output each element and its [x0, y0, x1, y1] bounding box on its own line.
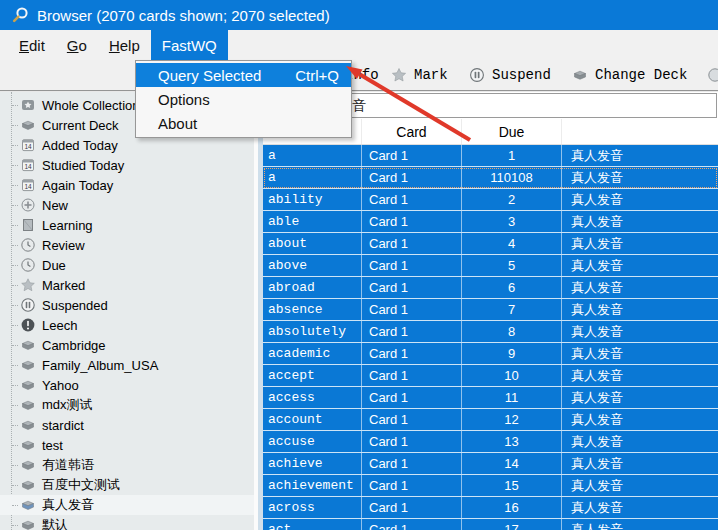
cell-card[interactable]: Card 1 — [362, 145, 462, 166]
cell-card[interactable]: Card 1 — [362, 431, 462, 452]
menu-fastwq[interactable]: FastWQ — [151, 30, 228, 60]
cell-sort-field[interactable]: a — [263, 145, 362, 166]
cell-sort-field[interactable]: access — [263, 387, 362, 408]
pane-splitter[interactable] — [254, 92, 263, 530]
cell-deck[interactable]: 真人发音 — [562, 211, 718, 232]
cell-due[interactable]: 16 — [462, 497, 562, 518]
menu-go[interactable]: Go — [56, 30, 98, 60]
cell-deck[interactable]: 真人发音 — [562, 277, 718, 298]
menu-help[interactable]: Help — [98, 30, 151, 60]
cell-card[interactable]: Card 1 — [362, 453, 462, 474]
cell-sort-field[interactable]: above — [263, 255, 362, 276]
cell-deck[interactable]: 真人发音 — [562, 431, 718, 452]
cell-sort-field[interactable]: about — [263, 233, 362, 254]
cell-deck[interactable]: 真人发音 — [562, 475, 718, 496]
cell-due[interactable]: 10 — [462, 365, 562, 386]
cell-card[interactable]: Card 1 — [362, 255, 462, 276]
cell-deck[interactable]: 真人发音 — [562, 189, 718, 210]
sidebar-item-7[interactable]: Review — [0, 235, 254, 255]
toolbar-change-deck-button[interactable]: Change Deck — [572, 60, 687, 90]
cell-card[interactable]: Card 1 — [362, 365, 462, 386]
cell-sort-field[interactable]: abroad — [263, 277, 362, 298]
cell-due[interactable]: 15 — [462, 475, 562, 496]
cell-card[interactable]: Card 1 — [362, 277, 462, 298]
sidebar-item-19[interactable]: 百度中文测试 — [0, 475, 254, 495]
cell-sort-field[interactable]: across — [263, 497, 362, 518]
cell-due[interactable]: 8 — [462, 321, 562, 342]
sidebar-item-21[interactable]: 默认 — [0, 515, 254, 530]
cell-card[interactable]: Card 1 — [362, 233, 462, 254]
cell-sort-field[interactable]: ability — [263, 189, 362, 210]
cell-sort-field[interactable]: absolutely — [263, 321, 362, 342]
cell-due[interactable]: 13 — [462, 431, 562, 452]
cell-due[interactable]: 9 — [462, 343, 562, 364]
cell-sort-field[interactable]: accuse — [263, 431, 362, 452]
sidebar-item-6[interactable]: Learning — [0, 215, 254, 235]
cell-due[interactable]: 17 — [462, 519, 562, 530]
cell-due[interactable]: 2 — [462, 189, 562, 210]
sidebar-item-14[interactable]: Yahoo — [0, 375, 254, 395]
cell-card[interactable]: Card 1 — [362, 497, 462, 518]
cell-due[interactable]: 6 — [462, 277, 562, 298]
cell-due[interactable]: 14 — [462, 453, 562, 474]
cell-card[interactable]: Card 1 — [362, 299, 462, 320]
cell-sort-field[interactable]: absence — [263, 299, 362, 320]
menu-edit[interactable]: Edit — [8, 30, 56, 60]
cell-sort-field[interactable]: accept — [263, 365, 362, 386]
cell-sort-field[interactable]: account — [263, 409, 362, 430]
column-header-deck[interactable] — [562, 119, 718, 144]
sidebar-item-3[interactable]: 14 Studied Today — [0, 155, 254, 175]
cell-card[interactable]: Card 1 — [362, 189, 462, 210]
cell-deck[interactable]: 真人发音 — [562, 453, 718, 474]
cell-deck[interactable]: 真人发音 — [562, 233, 718, 254]
cell-due[interactable]: 11 — [462, 387, 562, 408]
toolbar-suspend-button[interactable]: Suspend — [469, 60, 551, 90]
cell-card[interactable]: Card 1 — [362, 167, 462, 188]
cell-deck[interactable]: 真人发音 — [562, 365, 718, 386]
sidebar-item-15[interactable]: mdx测试 — [0, 395, 254, 415]
cell-card[interactable]: Card 1 — [362, 519, 462, 530]
toolbar-clipped-button[interactable] — [704, 60, 718, 90]
sidebar-item-9[interactable]: Marked — [0, 275, 254, 295]
cell-sort-field[interactable]: academic — [263, 343, 362, 364]
menu-item-options[interactable]: Options — [136, 87, 351, 111]
sidebar-item-20[interactable]: 真人发音 — [0, 495, 254, 515]
cell-card[interactable]: Card 1 — [362, 409, 462, 430]
cell-due[interactable]: 110108 — [462, 167, 562, 188]
sidebar-item-11[interactable]: Leech — [0, 315, 254, 335]
cell-card[interactable]: Card 1 — [362, 211, 462, 232]
cell-deck[interactable]: 真人发音 — [562, 167, 718, 188]
cell-due[interactable]: 4 — [462, 233, 562, 254]
sidebar-item-18[interactable]: 有道韩语 — [0, 455, 254, 475]
sidebar-item-17[interactable]: test — [0, 435, 254, 455]
cell-deck[interactable]: 真人发音 — [562, 145, 718, 166]
sidebar-item-13[interactable]: Family_Album_USA — [0, 355, 254, 375]
cell-due[interactable]: 1 — [462, 145, 562, 166]
sidebar-item-16[interactable]: stardict — [0, 415, 254, 435]
cell-card[interactable]: Card 1 — [362, 387, 462, 408]
column-header-card[interactable]: Card — [362, 119, 462, 144]
cell-sort-field[interactable]: a — [263, 167, 362, 188]
cell-sort-field[interactable]: able — [263, 211, 362, 232]
sidebar-item-10[interactable]: Suspended — [0, 295, 254, 315]
menu-item-about[interactable]: About — [136, 111, 351, 135]
cell-deck[interactable]: 真人发音 — [562, 255, 718, 276]
cell-due[interactable]: 7 — [462, 299, 562, 320]
cell-deck[interactable]: 真人发音 — [562, 299, 718, 320]
toolbar-mark-button[interactable]: Mark — [391, 60, 448, 90]
sidebar-item-4[interactable]: 14 Again Today — [0, 175, 254, 195]
cell-deck[interactable]: 真人发音 — [562, 387, 718, 408]
cell-sort-field[interactable]: act — [263, 519, 362, 530]
cell-sort-field[interactable]: achieve — [263, 453, 362, 474]
sidebar-item-5[interactable]: New — [0, 195, 254, 215]
cell-due[interactable]: 3 — [462, 211, 562, 232]
cell-due[interactable]: 5 — [462, 255, 562, 276]
cell-card[interactable]: Card 1 — [362, 343, 462, 364]
menu-item-query-selected[interactable]: Query Selected Ctrl+Q — [136, 63, 351, 87]
cell-card[interactable]: Card 1 — [362, 321, 462, 342]
sidebar-item-2[interactable]: 14 Added Today — [0, 135, 254, 155]
column-header-due[interactable]: Due — [462, 119, 562, 144]
cell-deck[interactable]: 真人发音 — [562, 343, 718, 364]
sidebar-item-8[interactable]: Due — [0, 255, 254, 275]
sidebar-item-12[interactable]: Cambridge — [0, 335, 254, 355]
